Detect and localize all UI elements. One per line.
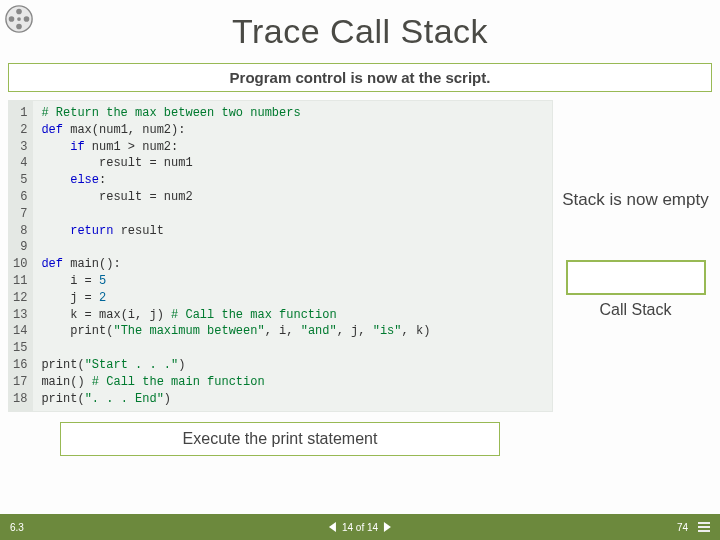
svg-point-3 [16, 24, 22, 30]
stack-frame-empty [566, 260, 706, 295]
stack-label: Call Stack [599, 301, 671, 319]
svg-point-2 [24, 16, 30, 22]
status-banner: Program control is now at the script. [8, 63, 712, 92]
stack-status: Stack is now empty [562, 190, 708, 210]
line-gutter: 1 2 3 4 5 6 7 8 9 10 11 12 13 14 15 16 1… [9, 101, 33, 411]
instruction-callout: Execute the print statement [60, 422, 500, 456]
menu-icon[interactable] [698, 522, 710, 532]
next-slide-icon[interactable] [384, 522, 391, 532]
svg-point-5 [17, 17, 21, 21]
code-body: # Return the max between two numbers def… [33, 101, 438, 411]
reel-icon [4, 4, 34, 34]
slide-title: Trace Call Stack [0, 0, 720, 51]
page-number: 74 [677, 522, 688, 533]
slide-counter: 14 of 14 [342, 522, 378, 533]
call-stack-panel: Stack is now empty Call Stack [559, 100, 712, 319]
prev-slide-icon[interactable] [329, 522, 336, 532]
footer-bar: 6.3 14 of 14 74 [0, 514, 720, 540]
code-listing: 1 2 3 4 5 6 7 8 9 10 11 12 13 14 15 16 1… [8, 100, 553, 412]
svg-point-1 [16, 9, 22, 15]
section-number: 6.3 [10, 522, 24, 533]
svg-point-4 [9, 16, 15, 22]
